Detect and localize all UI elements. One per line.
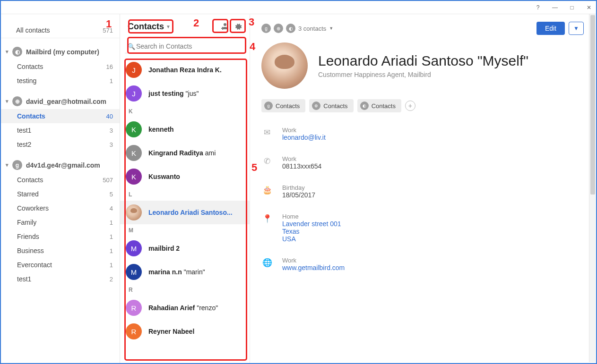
gear-icon xyxy=(234,22,242,31)
outlook-chip-icon: ⊕ xyxy=(274,24,283,33)
sidebar-item-count: 40 xyxy=(106,113,113,120)
account-icon: g xyxy=(12,160,22,170)
add-contact-button[interactable] xyxy=(216,20,231,33)
source-label: Contacts xyxy=(276,102,300,110)
add-source-button[interactable]: + xyxy=(405,101,415,111)
contact-subtitle: Custommer Happiness Agent, Mailbird xyxy=(318,71,528,78)
contact-row[interactable]: RRahadian Arief "renzo" xyxy=(120,296,250,320)
source-pill[interactable]: ◐Contacts xyxy=(357,99,401,112)
scrollbar-thumb[interactable] xyxy=(590,15,595,195)
field-value[interactable]: Texas xyxy=(282,228,341,235)
sidebar-group-header[interactable]: ▾ ◐ Mailbird (my computer) xyxy=(1,44,120,59)
contact-name: Jonathan Reza Indra K. xyxy=(148,66,222,74)
maximize-button[interactable]: □ xyxy=(568,4,576,11)
contact-name: Leonardo Ariadi Santoso... xyxy=(148,209,233,216)
contact-row[interactable]: JJonathan Reza Indra K. xyxy=(120,58,250,82)
sidebar-item[interactable]: testing 1 xyxy=(1,74,120,88)
google-chip-icon: g xyxy=(261,24,271,33)
sidebar-item[interactable]: Evercontact 1 xyxy=(1,258,120,272)
detail-field: 📍 HomeLavender street 001TexasUSA xyxy=(261,213,584,243)
contact-row[interactable]: KKuswanto xyxy=(120,165,250,188)
sidebar-group-header[interactable]: ▾ g d4v1d.ge4r@gmail.com xyxy=(1,157,120,173)
sidebar-all-contacts[interactable]: All contacts 571 xyxy=(1,23,120,38)
sidebar-item-label: testing xyxy=(17,77,110,85)
field-value[interactable]: www.getmailbird.com xyxy=(282,264,345,271)
account-icon: ⊕ xyxy=(12,96,22,106)
sidebar-item[interactable]: test1 2 xyxy=(1,272,120,286)
sidebar-item[interactable]: test2 3 xyxy=(1,137,120,152)
search-box[interactable]: 🔍 xyxy=(125,40,245,53)
sidebar-item[interactable]: Coworkers 4 xyxy=(1,201,120,215)
sidebar-item-label: Evercontact xyxy=(17,261,110,269)
sidebar-item-count: 507 xyxy=(103,177,113,184)
add-person-icon xyxy=(219,22,228,31)
avatar: R xyxy=(126,300,142,316)
sidebar-item-count: 3 xyxy=(110,127,113,134)
sidebar-group-title: d4v1d.ge4r@gmail.com xyxy=(26,161,100,169)
field-icon: 🌐 xyxy=(261,257,273,271)
contact-row[interactable]: RReyner Nabeel xyxy=(120,320,250,343)
sidebar-item[interactable]: Family 1 xyxy=(1,215,120,229)
avatar: J xyxy=(126,62,142,78)
sidebar-item-label: test1 xyxy=(17,127,110,134)
source-icon: ◐ xyxy=(360,102,369,110)
sidebar-item[interactable]: Friends 1 xyxy=(1,229,120,244)
settings-button[interactable] xyxy=(231,20,245,33)
contact-detail: g ⊕ ◐ 3 contacts ▼ Edit ▼ Leonardo Ariad… xyxy=(250,14,596,363)
edit-button[interactable]: Edit xyxy=(536,22,565,35)
chevron-down-icon: ▾ xyxy=(6,162,12,168)
sidebar-group-header[interactable]: ▾ ⊕ david_gear@hotmail.com xyxy=(1,93,120,109)
field-label: Work xyxy=(282,155,321,162)
contact-name: Rahadian Arief "renzo" xyxy=(148,304,218,312)
contact-name: Kingrand Raditya ami xyxy=(148,149,216,157)
source-summary-text: 3 contacts xyxy=(298,25,326,32)
contact-row[interactable]: Leonardo Ariadi Santoso... xyxy=(120,201,250,224)
contact-row[interactable]: Kkenneth xyxy=(120,118,250,141)
sidebar-item[interactable]: Contacts 507 xyxy=(1,173,120,187)
sidebar-item-count: 5 xyxy=(110,191,113,198)
sidebar-item[interactable]: Contacts 16 xyxy=(1,59,120,74)
search-input[interactable] xyxy=(136,42,243,50)
sidebar-item[interactable]: Business 1 xyxy=(1,244,120,258)
sidebar-item-count: 4 xyxy=(110,205,113,212)
sidebar-item[interactable]: Starred 5 xyxy=(1,187,120,201)
avatar: K xyxy=(126,145,142,161)
chevron-down-icon: ▼ xyxy=(166,24,171,29)
source-pill[interactable]: gContacts xyxy=(261,99,305,112)
mailbird-chip-icon: ◐ xyxy=(286,24,295,33)
field-icon: ✉ xyxy=(261,127,273,141)
field-label: Work xyxy=(282,127,326,134)
contacts-dropdown[interactable]: Contacts ▼ xyxy=(125,20,173,34)
sidebar-item-count: 3 xyxy=(110,141,113,148)
field-value[interactable]: Lavender street 001 xyxy=(282,220,341,228)
field-value[interactable]: leonardo@liv.it xyxy=(282,134,326,141)
field-value[interactable]: USA xyxy=(282,235,341,243)
detail-field: ✆ Work08113xxx654 xyxy=(261,155,584,170)
minimize-button[interactable]: — xyxy=(551,4,559,11)
sidebar-item[interactable]: Contacts 40 xyxy=(1,109,120,123)
contact-row[interactable]: KKingrand Raditya ami xyxy=(120,141,250,165)
source-summary[interactable]: g ⊕ ◐ 3 contacts ▼ xyxy=(261,24,333,33)
contact-list: JJonathan Reza Indra K.Jjust testing "ju… xyxy=(120,58,250,363)
avatar: M xyxy=(126,240,142,256)
sidebar-item[interactable]: test1 3 xyxy=(1,123,120,137)
detail-field: 🎂 Birthday18/05/2017 xyxy=(261,184,584,199)
contact-row[interactable]: Jjust testing "jus" xyxy=(120,82,250,105)
field-icon: 🎂 xyxy=(261,184,273,199)
contact-row[interactable]: Mmailbird 2 xyxy=(120,237,250,260)
avatar: K xyxy=(126,169,142,185)
section-letter: K xyxy=(120,105,250,118)
source-label: Contacts xyxy=(323,102,347,110)
help-button[interactable]: ? xyxy=(534,4,542,11)
sidebar-item-count: 16 xyxy=(106,63,113,70)
contact-row[interactable]: Mmarina n.n "marin" xyxy=(120,260,250,284)
avatar: J xyxy=(126,85,142,102)
avatar xyxy=(126,204,142,220)
source-icon: ⊕ xyxy=(312,102,320,110)
contact-name: kenneth xyxy=(148,126,174,133)
search-icon: 🔍 xyxy=(127,43,136,50)
source-pill[interactable]: ⊕Contacts xyxy=(309,99,353,112)
edit-dropdown-button[interactable]: ▼ xyxy=(569,22,584,35)
close-button[interactable]: ✕ xyxy=(585,4,593,11)
contact-avatar xyxy=(261,42,308,89)
